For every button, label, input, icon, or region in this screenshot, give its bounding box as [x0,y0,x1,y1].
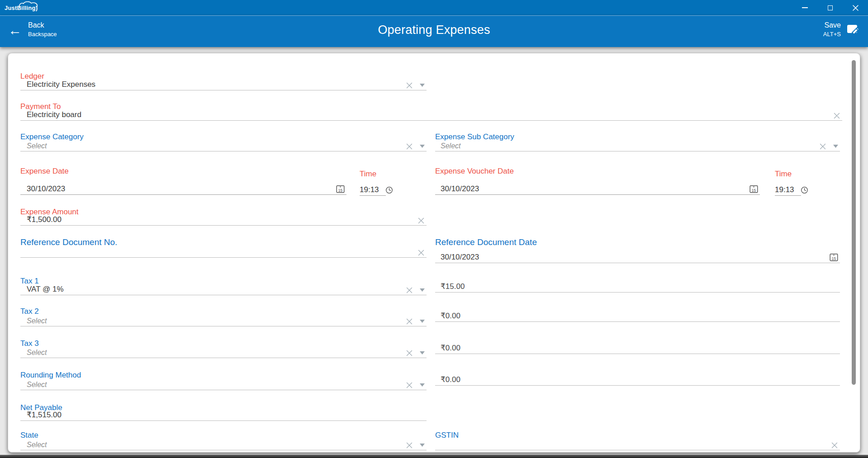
expense-date-input[interactable]: 30/10/2023 15 [20,176,346,195]
close-button[interactable] [843,0,868,15]
voucher-time-input[interactable]: 19:13 [775,179,801,196]
net-payable-value: ₹1,515.00 [27,410,62,420]
voucher-time-label: Time [775,169,801,179]
expense-amount-input[interactable]: ₹1,500.00 [20,217,427,226]
chevron-down-icon[interactable] [420,145,425,148]
calendar-icon[interactable]: 15 [830,253,838,261]
expense-time-input[interactable]: 19:13 [360,179,386,196]
field-expense-amount: Expense Amount ₹1,500.00 [20,207,427,226]
expense-date-label: Expense Date [20,166,346,176]
close-icon [852,5,859,11]
net-payable-label: Net Payable [20,403,427,413]
expense-voucher-date-value[interactable]: 30/10/2023 [441,184,479,194]
field-rounding-method: Rounding Method Select [20,370,427,390]
expense-amount-label: Expense Amount [20,207,427,217]
app-logo: JustBilling) [5,5,38,11]
tax2-amount-value[interactable]: ₹0.00 [441,311,460,321]
tax3-placeholder[interactable]: Select [27,349,47,357]
expense-date-value[interactable]: 30/10/2023 [27,184,65,194]
chevron-down-icon[interactable] [420,351,425,354]
payment-to-input[interactable]: Electricity board [20,112,842,121]
payment-to-value[interactable]: Electricity board [27,110,81,119]
payment-to-label: Payment To [20,102,842,112]
field-tax3: Tax 3 Select [20,339,427,358]
save-label: Save [823,20,841,30]
tax1-combobox[interactable]: VAT @ 1% [20,286,427,295]
tax3-combobox[interactable]: Select [20,349,427,358]
tax3-label: Tax 3 [20,339,427,349]
clock-icon[interactable] [385,186,393,194]
expense-category-placeholder[interactable]: Select [27,142,47,150]
cloud-outline-icon [19,1,39,8]
clear-icon[interactable] [406,318,413,325]
chevron-down-icon[interactable] [420,84,425,87]
ledger-combobox[interactable]: Electricity Expenses [20,81,427,90]
clear-icon[interactable] [406,349,413,357]
field-expense-category: Expense Category Select [20,132,427,151]
field-expense-voucher-date: Expense Voucher Date 30/10/2023 15 [435,166,760,195]
gstin-label: GSTIN [435,430,840,440]
ledger-value[interactable]: Electricity Expenses [27,80,95,89]
reference-document-date-value[interactable]: 30/10/2023 [441,253,479,262]
clear-icon[interactable] [406,287,413,294]
state-placeholder[interactable]: Select [27,441,47,449]
clear-icon[interactable] [819,143,826,150]
chevron-down-icon[interactable] [420,320,425,323]
expense-voucher-date-input[interactable]: 30/10/2023 15 [435,176,760,195]
field-state: State Select [20,430,427,450]
calendar-icon[interactable]: 15 [749,184,758,193]
expense-amount-value[interactable]: ₹1,500.00 [27,215,62,224]
tax2-placeholder[interactable]: Select [27,317,47,325]
chevron-down-icon[interactable] [420,383,425,387]
voucher-time-value[interactable]: 19:13 [775,185,794,194]
tax1-label: Tax 1 [20,276,427,286]
clear-icon[interactable] [831,442,838,449]
minimize-button[interactable] [792,0,817,15]
reference-document-no-input[interactable] [20,248,427,258]
clock-icon[interactable] [801,186,808,194]
expense-voucher-date-label: Expense Voucher Date [435,166,760,176]
expense-category-combobox[interactable]: Select [20,142,427,151]
rounding-method-placeholder[interactable]: Select [27,381,47,389]
chevron-down-icon[interactable] [420,288,425,292]
field-reference-document-date: Reference Document Date 30/10/2023 15 [435,237,840,263]
tax1-amount-input[interactable]: ₹15.00 [435,279,840,293]
chevron-down-icon[interactable] [420,444,425,447]
tax2-combobox[interactable]: Select [20,316,427,326]
vertical-scrollbar[interactable] [852,60,856,385]
clear-icon[interactable] [406,442,413,449]
gstin-input[interactable] [435,440,840,450]
clear-icon[interactable] [406,382,413,389]
clear-icon[interactable] [417,249,425,256]
rounding-amount-value[interactable]: ₹0.00 [441,375,460,384]
expense-category-label: Expense Category [20,132,427,142]
field-gstin: GSTIN [435,430,840,450]
reference-document-date-input[interactable]: 30/10/2023 15 [435,248,840,263]
tax2-amount-input[interactable]: ₹0.00 [435,308,840,322]
reference-document-no-label: Reference Document No. [20,237,427,248]
expense-time-value[interactable]: 19:13 [360,185,379,194]
field-tax2: Tax 2 Select [20,307,427,326]
tax3-amount-input[interactable]: ₹0.00 [435,340,840,354]
save-button[interactable]: Save ALT+S [823,20,860,38]
svg-text:15: 15 [832,256,836,261]
save-icon [846,23,860,36]
calendar-icon[interactable]: 15 [336,184,345,193]
rounding-amount-input[interactable]: ₹0.00 [435,372,840,386]
minimize-icon [802,7,808,8]
expense-sub-category-placeholder[interactable]: Select [441,142,460,150]
clear-icon[interactable] [406,82,413,89]
tax1-amount-value[interactable]: ₹15.00 [441,282,465,291]
tax1-value[interactable]: VAT @ 1% [27,285,64,294]
tax3-amount-value[interactable]: ₹0.00 [441,343,460,353]
rounding-method-combobox[interactable]: Select [20,380,427,390]
expense-time-label: Time [360,169,386,179]
tax2-label: Tax 2 [20,307,427,316]
expense-sub-category-combobox[interactable]: Select [435,142,840,151]
clear-icon[interactable] [417,217,425,224]
state-combobox[interactable]: Select [20,440,427,450]
clear-icon[interactable] [833,112,840,119]
maximize-button[interactable] [817,0,843,15]
clear-icon[interactable] [406,143,413,150]
chevron-down-icon[interactable] [833,145,838,148]
